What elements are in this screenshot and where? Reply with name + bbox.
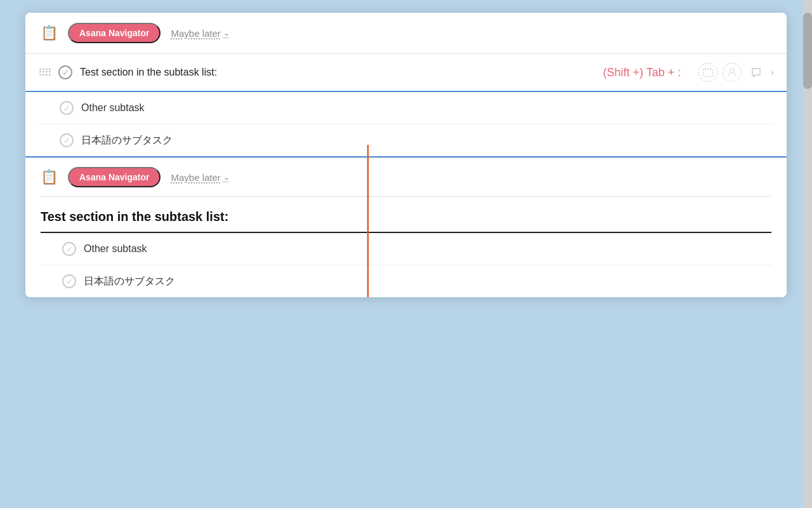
main-container: 📋 Asana Navigator Maybe later ⌄ ⠿⠿ ✓ (Sh… bbox=[25, 13, 787, 297]
clipboard-icon-bottom: 📋 bbox=[41, 169, 58, 185]
table-row: ✓ Other subtask bbox=[41, 233, 771, 265]
checkmark-icon: ✓ bbox=[66, 277, 73, 286]
bottom-section: 📋 Asana Navigator Maybe later ⌄ Test sec… bbox=[25, 157, 787, 297]
chevron-down-icon-bottom: ⌄ bbox=[223, 173, 230, 182]
subtask-check-bottom-2[interactable]: ✓ bbox=[62, 274, 76, 288]
arrow-diagram bbox=[349, 145, 387, 297]
table-row: ✓ 日本語のサブタスク bbox=[41, 265, 771, 297]
shortcut-hint-label: (Shift +) Tab + : bbox=[603, 66, 681, 79]
comment-icon[interactable] bbox=[747, 63, 766, 82]
subtask-label-bottom-2: 日本語のサブタスク bbox=[84, 275, 175, 288]
maybe-later-button-bottom[interactable]: Maybe later ⌄ bbox=[171, 172, 229, 183]
asana-navigator-button-bottom[interactable]: Asana Navigator bbox=[68, 167, 160, 187]
clipboard-icon: 📋 bbox=[41, 25, 58, 41]
editing-section: ⠿⠿ ✓ (Shift +) Tab + : bbox=[25, 54, 787, 157]
action-icons-group: › bbox=[698, 63, 774, 82]
section-check-circle[interactable]: ✓ bbox=[58, 65, 72, 79]
date-icon[interactable] bbox=[698, 63, 717, 82]
subtask-label-2: 日本語のサブタスク bbox=[81, 134, 173, 147]
expand-chevron-icon[interactable]: › bbox=[771, 67, 774, 77]
subtask-check-2[interactable]: ✓ bbox=[60, 133, 74, 147]
subtask-label-1: Other subtask bbox=[81, 102, 145, 114]
top-header: 📋 Asana Navigator Maybe later ⌄ bbox=[25, 13, 787, 54]
asana-navigator-button-top[interactable]: Asana Navigator bbox=[68, 23, 160, 43]
maybe-later-button-top[interactable]: Maybe later ⌄ bbox=[171, 28, 229, 39]
table-row: ✓ 日本語のサブタスク bbox=[38, 124, 774, 156]
section-name-input[interactable] bbox=[80, 67, 596, 78]
subtask-check-bottom-1[interactable]: ✓ bbox=[62, 242, 76, 256]
section-title: Test section in the subtask list: bbox=[41, 197, 771, 233]
checkmark-icon: ✓ bbox=[63, 136, 70, 145]
subtask-label-bottom-1: Other subtask bbox=[84, 243, 147, 255]
svg-rect-0 bbox=[704, 69, 712, 77]
subtask-list-top: ✓ Other subtask ✓ 日本語のサブタスク bbox=[25, 92, 787, 156]
subtask-list-bottom: ✓ Other subtask ✓ 日本語のサブタスク bbox=[41, 233, 771, 297]
subtask-check-1[interactable]: ✓ bbox=[60, 101, 74, 115]
checkmark-icon: ✓ bbox=[62, 68, 69, 77]
section-editing-row: ⠿⠿ ✓ (Shift +) Tab + : bbox=[25, 54, 787, 92]
table-row: ✓ Other subtask bbox=[38, 92, 774, 124]
checkmark-icon: ✓ bbox=[63, 104, 70, 113]
checkmark-icon: ✓ bbox=[66, 244, 73, 254]
svg-point-3 bbox=[730, 69, 734, 72]
drag-handle-icon[interactable]: ⠿⠿ bbox=[38, 67, 51, 79]
bottom-nav: 📋 Asana Navigator Maybe later ⌄ bbox=[41, 158, 771, 197]
chevron-down-icon-top: ⌄ bbox=[223, 29, 230, 37]
assignee-icon[interactable] bbox=[723, 63, 742, 82]
